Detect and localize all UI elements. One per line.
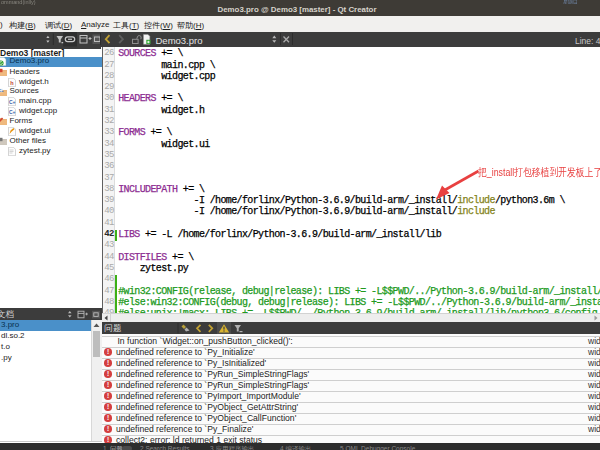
svg-text:C+: C+ (9, 109, 16, 115)
svg-text:C+: C+ (0, 88, 4, 92)
svg-text:C+: C+ (9, 99, 16, 105)
